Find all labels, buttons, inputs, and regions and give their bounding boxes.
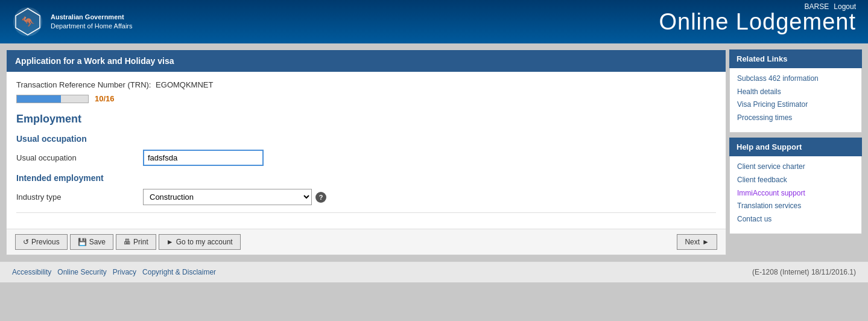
print-button[interactable]: 🖶 Print bbox=[116, 234, 156, 250]
next-icon: ► bbox=[702, 238, 709, 246]
print-icon: 🖶 bbox=[124, 238, 131, 246]
save-icon: 💾 bbox=[78, 238, 87, 246]
goto-icon: ► bbox=[166, 238, 174, 246]
next-button[interactable]: Next ► bbox=[677, 234, 717, 250]
content-area: Application for a Work and Holiday visa … bbox=[6, 49, 726, 255]
header-top-links: BARSE Logout bbox=[805, 2, 856, 11]
goto-account-label: Go to my account bbox=[176, 238, 233, 246]
app-title-bar: Application for a Work and Holiday visa bbox=[7, 50, 726, 72]
previous-icon: ↺ bbox=[23, 238, 29, 246]
previous-label: Previous bbox=[31, 238, 60, 246]
barse-label: BARSE bbox=[805, 2, 829, 11]
related-links-list: Subclass 462 information Health details … bbox=[729, 68, 862, 133]
employment-heading: Employment bbox=[16, 113, 716, 126]
industry-type-select[interactable]: Construction Agriculture Tourism Other bbox=[143, 189, 312, 205]
industry-help-icon[interactable]: ? bbox=[315, 192, 326, 203]
logo-area: 🦘 Australian Government Department of Ho… bbox=[12, 6, 133, 37]
intended-employment-heading: Intended employment bbox=[16, 173, 716, 183]
help-links-list: Client service charter Client feedback I… bbox=[729, 156, 862, 234]
next-label: Next bbox=[685, 238, 700, 246]
progress-bar bbox=[16, 95, 89, 103]
progress-text: 10/16 bbox=[95, 94, 115, 103]
usual-occupation-label: Usual occupation bbox=[16, 153, 137, 162]
related-links-section: Related Links Subclass 462 information H… bbox=[729, 49, 862, 133]
form-body: Transaction Reference Number (TRN): EGOM… bbox=[7, 72, 726, 229]
help-support-title: Help and Support bbox=[729, 138, 862, 156]
button-bar: ↺ Previous 💾 Save 🖶 Print ► Go to my acc… bbox=[7, 229, 726, 255]
gov-line1: Australian Government bbox=[51, 13, 133, 22]
gov-line2: Department of Home Affairs bbox=[51, 22, 133, 31]
progress-area: 10/16 bbox=[16, 94, 716, 103]
industry-type-label: Industry type bbox=[16, 192, 137, 202]
gov-logo-icon: 🦘 bbox=[12, 6, 43, 37]
footer-link-accessibility[interactable]: Accessibility bbox=[12, 268, 51, 276]
link-processing-times[interactable]: Processing times bbox=[737, 113, 854, 123]
form-divider bbox=[16, 212, 716, 213]
sidebar: Related Links Subclass 462 information H… bbox=[729, 49, 862, 255]
main-wrapper: Application for a Work and Holiday visa … bbox=[0, 43, 868, 261]
link-client-service-charter[interactable]: Client service charter bbox=[737, 162, 854, 172]
svg-text:🦘: 🦘 bbox=[21, 15, 35, 28]
app-heading: Online Lodgement bbox=[659, 9, 856, 35]
save-label: Save bbox=[89, 238, 106, 246]
link-translation-services[interactable]: Translation services bbox=[737, 202, 854, 211]
progress-bar-filled bbox=[17, 95, 61, 103]
usual-occupation-row: Usual occupation bbox=[16, 150, 716, 166]
footer-link-privacy[interactable]: Privacy bbox=[113, 268, 136, 276]
footer: Accessibility Online Security Privacy Co… bbox=[0, 261, 868, 282]
link-client-feedback[interactable]: Client feedback bbox=[737, 176, 854, 185]
related-links-title: Related Links bbox=[729, 49, 862, 68]
industry-type-row: Industry type Construction Agriculture T… bbox=[16, 189, 716, 205]
header: 🦘 Australian Government Department of Ho… bbox=[0, 0, 868, 43]
trn-line: Transaction Reference Number (TRN): EGOM… bbox=[16, 80, 716, 89]
link-health-details[interactable]: Health details bbox=[737, 87, 854, 97]
link-visa-pricing[interactable]: Visa Pricing Estimator bbox=[737, 100, 854, 110]
footer-version: (E-1208 (Internet) 18/11/2016.1) bbox=[752, 268, 856, 276]
usual-occupation-heading: Usual occupation bbox=[16, 134, 716, 144]
industry-select-wrapper: Construction Agriculture Tourism Other ? bbox=[143, 189, 326, 205]
logout-link[interactable]: Logout bbox=[834, 2, 856, 11]
gov-title: Australian Government Department of Home… bbox=[51, 13, 133, 31]
trn-label: Transaction Reference Number (TRN): bbox=[16, 80, 151, 89]
footer-link-copyright[interactable]: Copyright & Disclaimer bbox=[142, 268, 216, 276]
help-support-section: Help and Support Client service charter … bbox=[729, 138, 862, 234]
usual-occupation-input[interactable] bbox=[143, 150, 264, 166]
link-immiaccount-support[interactable]: ImmiAccount support bbox=[737, 189, 854, 199]
print-label: Print bbox=[133, 238, 148, 246]
goto-account-button[interactable]: ► Go to my account bbox=[159, 234, 241, 250]
trn-value: EGOMQKMNET bbox=[156, 80, 213, 89]
link-contact-us[interactable]: Contact us bbox=[737, 215, 854, 224]
save-button[interactable]: 💾 Save bbox=[70, 234, 113, 250]
footer-links: Accessibility Online Security Privacy Co… bbox=[12, 268, 216, 276]
footer-link-online-security[interactable]: Online Security bbox=[57, 268, 106, 276]
previous-button[interactable]: ↺ Previous bbox=[15, 234, 68, 250]
link-subclass-462[interactable]: Subclass 462 information bbox=[737, 74, 854, 84]
